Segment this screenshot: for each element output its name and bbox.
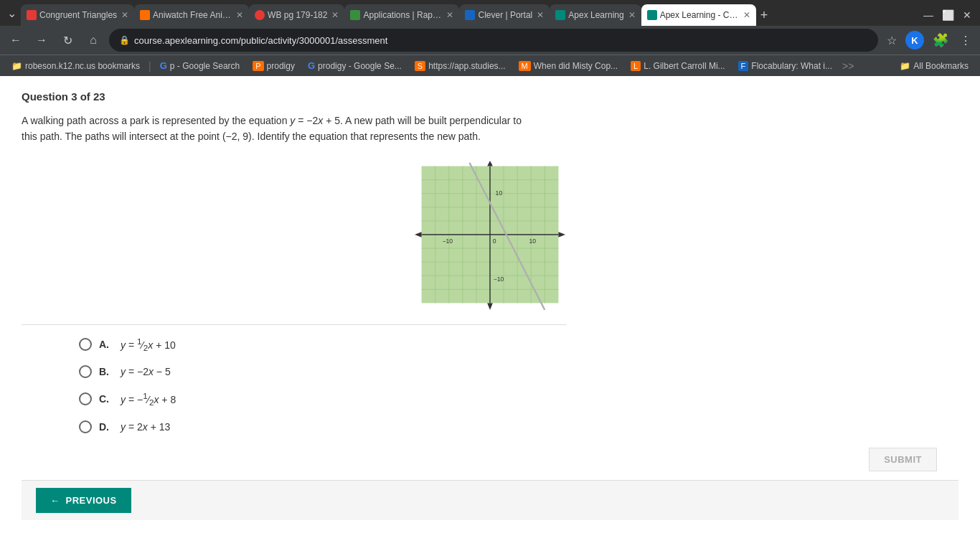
tab-close-4[interactable]: ✕ <box>446 10 453 20</box>
page-content: Question 3 of 23 A walking path across a… <box>0 76 980 551</box>
radio-a[interactable] <box>79 338 92 351</box>
radio-d[interactable] <box>79 420 92 433</box>
option-d-text: y = 2x + 13 <box>121 421 170 433</box>
bookmark-star[interactable]: ☆ <box>884 31 900 50</box>
navigation-bar: ← PREVIOUS <box>22 480 958 520</box>
bookmarks-overflow[interactable]: >> <box>842 60 854 72</box>
gilbert-icon: L <box>631 61 641 71</box>
tab-wb[interactable]: WB pg 179-182 ✕ <box>249 4 344 26</box>
refresh-button[interactable]: ↻ <box>57 30 77 50</box>
minimize-button[interactable]: — <box>923 9 933 21</box>
tab-label-2: Aniwatch Free Anim... <box>153 10 232 20</box>
coordinate-graph: −10 10 10 −10 0 <box>415 159 565 310</box>
all-bookmarks-label: All Bookmarks <box>913 61 969 71</box>
home-button[interactable]: ⌂ <box>83 30 103 50</box>
option-d-label: D. <box>99 421 113 433</box>
tab-label-3: WB pg 179-182 <box>268 10 327 20</box>
radio-c[interactable] <box>79 392 92 405</box>
misty-icon: M <box>519 61 531 71</box>
option-c[interactable]: C. y = −1⁄2x + 8 <box>79 391 958 407</box>
tab-dropdown[interactable]: ⌄ <box>3 6 21 20</box>
tab-bar: ⌄ Congruent Triangles ✕ Aniwatch Free An… <box>0 0 980 26</box>
bookmark-misty-label: When did Misty Cop... <box>534 61 618 71</box>
tab-close-3[interactable]: ✕ <box>331 10 339 20</box>
bookmark-gilbert[interactable]: L L. Gilbert Carroll Mi... <box>625 60 730 72</box>
option-c-text: y = −1⁄2x + 8 <box>121 391 176 407</box>
bookmark-prodigy-search-label: prodigy - Google Se... <box>318 61 402 71</box>
tab-favicon-7 <box>647 10 657 20</box>
bookmark-robeson-label: robeson.k12.nc.us bookmarks <box>25 61 140 71</box>
tab-label-7: Apex Learning - Cou... <box>660 10 739 20</box>
x-axis-arrow-left <box>415 232 422 237</box>
tab-close-2[interactable]: ✕ <box>236 10 243 20</box>
bookmark-folder-icon: 📁 <box>11 61 22 71</box>
bookmark-prodigy[interactable]: P prodigy <box>247 60 301 72</box>
tab-label-1: Congruent Triangles <box>39 10 117 20</box>
studies-icon: S <box>415 61 425 71</box>
extensions-button[interactable]: 🧩 <box>930 29 951 51</box>
bookmark-flocabulary[interactable]: F Flocabulary: What i... <box>732 60 838 72</box>
bookmark-misty[interactable]: M When did Misty Cop... <box>513 60 624 72</box>
y-axis-arrow-top <box>487 161 493 166</box>
submit-button[interactable]: SUBMIT <box>869 448 937 471</box>
profile-avatar[interactable]: K <box>905 31 924 50</box>
close-window-button[interactable]: ✕ <box>963 9 971 21</box>
graph-container: −10 10 10 −10 0 <box>22 159 958 310</box>
all-bookmarks-link[interactable]: 📁 All Bookmarks <box>894 60 974 72</box>
bookmark-prodigy-search[interactable]: G prodigy - Google Se... <box>302 59 407 72</box>
tab-close-7[interactable]: ✕ <box>743 10 750 20</box>
address-bar[interactable]: 🔒 course.apexlearning.com/public/activit… <box>109 29 878 52</box>
option-b-text: y = −2x − 5 <box>121 366 171 377</box>
flocabulary-icon: F <box>738 61 749 71</box>
tab-applications[interactable]: Applications | Rapid... ✕ <box>344 4 459 26</box>
tab-aniwatch[interactable]: Aniwatch Free Anim... ✕ <box>134 4 249 26</box>
tab-close-5[interactable]: ✕ <box>537 10 544 20</box>
forward-button[interactable]: → <box>32 30 52 50</box>
tab-clever[interactable]: Clever | Portal ✕ <box>459 4 550 26</box>
bookmark-google[interactable]: G p - Google Search <box>154 59 246 72</box>
tab-apex[interactable]: Apex Learning ✕ <box>550 4 641 26</box>
bookmarks-bar: 📁 robeson.k12.nc.us bookmarks | G p - Go… <box>0 55 980 76</box>
tab-label-5: Clever | Portal <box>478 10 532 20</box>
bookmark-studies[interactable]: S https://app.studies... <box>409 60 512 72</box>
option-d[interactable]: D. y = 2x + 13 <box>79 420 958 433</box>
bookmark-google-label: p - Google Search <box>170 61 240 71</box>
tab-favicon-3 <box>255 10 265 20</box>
option-b[interactable]: B. y = −2x − 5 <box>79 365 958 378</box>
option-c-label: C. <box>99 393 113 405</box>
y-axis-arrow-bottom <box>487 303 493 310</box>
y-label-10: 10 <box>496 189 503 196</box>
x-label-neg10: −10 <box>443 237 453 245</box>
prev-arrow-icon: ← <box>50 495 60 506</box>
bookmark-robeson[interactable]: 📁 robeson.k12.nc.us bookmarks <box>6 60 146 72</box>
option-a[interactable]: A. y = 1⁄2x + 10 <box>79 336 958 352</box>
option-a-text: y = 1⁄2x + 10 <box>121 336 176 352</box>
submit-row: SUBMIT <box>22 448 958 471</box>
browser-menu-button[interactable]: ⋮ <box>957 31 974 50</box>
new-tab-button[interactable]: + <box>756 8 773 23</box>
security-icon: 🔒 <box>119 35 130 45</box>
question-number: Question 3 of 23 <box>22 90 958 103</box>
tab-label-4: Applications | Rapid... <box>363 10 442 20</box>
origin-label: 0 <box>493 237 496 245</box>
bookmark-folder-all-icon: 📁 <box>900 61 910 71</box>
tab-favicon-4 <box>350 10 360 20</box>
bookmark-prodigy-label: prodigy <box>267 61 295 71</box>
tab-favicon-6 <box>555 10 565 20</box>
tab-favicon-1 <box>27 10 37 20</box>
maximize-button[interactable]: ⬜ <box>942 9 954 21</box>
previous-button[interactable]: ← PREVIOUS <box>36 488 131 513</box>
bookmark-flocabulary-label: Flocabulary: What i... <box>751 61 832 71</box>
tab-favicon-2 <box>140 10 150 20</box>
tab-congruent-triangles[interactable]: Congruent Triangles ✕ <box>21 4 134 26</box>
radio-b[interactable] <box>79 365 92 378</box>
previous-label: PREVIOUS <box>66 495 117 506</box>
tab-close-1[interactable]: ✕ <box>121 10 128 20</box>
question-text: A walking path across a park is represen… <box>22 113 524 145</box>
tab-close-6[interactable]: ✕ <box>628 10 636 20</box>
section-divider <box>22 324 567 325</box>
x-axis-arrow-right <box>558 232 565 237</box>
prodigy-search-icon: G <box>308 60 315 71</box>
tab-apex-course[interactable]: Apex Learning - Cou... ✕ <box>641 4 756 26</box>
back-button[interactable]: ← <box>6 30 26 50</box>
